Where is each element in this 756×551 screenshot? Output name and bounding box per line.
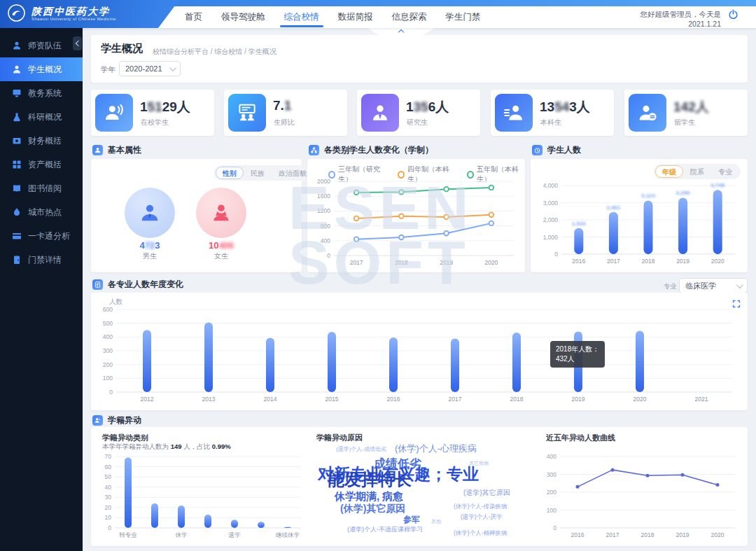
sidebar-item-label: 教务系统: [28, 88, 62, 99]
nav-item-信息探索[interactable]: 信息探索: [392, 6, 427, 28]
svg-text:2020: 2020: [711, 531, 724, 538]
svg-text:200: 200: [547, 489, 556, 496]
sidebar-item-label: 科研概况: [28, 111, 62, 123]
major-select-label: 专业: [664, 282, 677, 291]
abnormal-type-bar-chart[interactable]: 010203040506070转专业休学退学继续休学: [98, 451, 308, 543]
tab-性别[interactable]: 性别: [216, 167, 244, 179]
sidebar-item-图书借阅[interactable]: 图书借阅: [0, 176, 83, 200]
sidebar-item-科研概况[interactable]: 科研概况: [0, 105, 83, 129]
male-circle: [125, 188, 175, 238]
svg-text:2016: 2016: [572, 258, 585, 265]
board-icon: [12, 88, 22, 98]
sidebar-item-label: 资产概括: [28, 159, 62, 171]
wordcloud-term: (休学)其它原因: [340, 503, 405, 513]
student-icon: [12, 64, 22, 74]
basic-tabs: 性别民族政治面貌: [214, 165, 315, 181]
svg-text:2018: 2018: [510, 396, 524, 403]
svg-text:400: 400: [321, 237, 330, 244]
university-name-en: Shaanxi University of Chinese Medicine: [31, 17, 116, 22]
major-yearly-bar-chart[interactable]: 0100200300400500600201220132014201520162…: [95, 302, 743, 407]
sidebar-item-一卡通分析[interactable]: 一卡通分析: [0, 224, 83, 248]
tab-民族[interactable]: 民族: [244, 167, 272, 179]
wordcloud-term: (退学)个人-厌学: [461, 514, 503, 520]
male-count: 4723: [122, 240, 178, 251]
svg-text:2017: 2017: [606, 531, 620, 538]
svg-text:100: 100: [103, 375, 113, 382]
logout-power-icon[interactable]: [728, 9, 738, 22]
year-select-value: 2020-2021: [125, 64, 162, 73]
sidebar-item-师资队伍[interactable]: 师资队伍: [0, 34, 83, 57]
chevron-left-icon: [75, 41, 80, 46]
nav-item-综合校情[interactable]: 综合校情: [284, 6, 319, 28]
basic-panel-header: 基本属性: [92, 144, 141, 155]
by-grade-bar-chart[interactable]: 01,0002,0003,0004,0002016201720182019202…: [533, 176, 745, 272]
sidebar-item-label: 图书借阅: [28, 183, 62, 195]
teacher-board-icon: [228, 94, 266, 132]
wordcloud-term: 参军: [403, 515, 420, 524]
nav-item-领导驾驶舱[interactable]: 领导驾驶舱: [221, 6, 265, 28]
major-panel-title: 各专业人数年度变化: [108, 279, 183, 291]
sidebar-item-label: 财务概括: [28, 135, 62, 147]
female-label: 女生: [193, 251, 249, 261]
university-logo: 陕西中医药大学 Shaanxi University of Chinese Me…: [0, 0, 179, 28]
card-icon: [12, 231, 22, 241]
svg-text:0: 0: [554, 251, 558, 258]
svg-text:400: 400: [547, 453, 556, 460]
stat-card-在校学生: 15129人在校学生: [91, 90, 214, 136]
sidebar-item-门禁详情[interactable]: 门禁详情: [0, 248, 83, 272]
sidebar-item-城市热点[interactable]: 城市热点: [0, 200, 83, 224]
sidebar-item-学生概况[interactable]: 学生概况: [0, 57, 83, 81]
fullscreen-icon[interactable]: [732, 298, 741, 311]
by-grade-panel-card: 年级院系专业 01,0002,0003,0004,000201620172018…: [531, 159, 748, 272]
sidebar-item-label: 一卡通分析: [28, 230, 70, 242]
stat-label: 在校学生: [141, 118, 169, 127]
nav-item-首页[interactable]: 首页: [185, 6, 202, 28]
abnormal-trend-title: 近五年异动人数曲线: [546, 433, 615, 443]
svg-text:3,124: 3,124: [641, 193, 656, 199]
svg-text:2016: 2016: [387, 396, 400, 403]
sidebar: 师资队伍学生概况教务系统科研概况财务概括资产概括图书借阅城市热点一卡通分析门禁详…: [0, 28, 83, 551]
user-greeting: 您好超级管理员，今天是2021.1.21: [623, 10, 721, 28]
nav-item-数据简报[interactable]: 数据简报: [338, 6, 373, 28]
svg-text:100: 100: [547, 507, 556, 514]
major-select[interactable]: 临床医学: [679, 278, 748, 293]
abnormal-reason-wordcloud[interactable]: (退学)个人-成绩低劣(休学)个人-心理疾病其它疾病成绩低劣对新专业有兴趣；专业…: [316, 440, 535, 545]
year-filter-label: 学年: [101, 65, 115, 75]
svg-text:0: 0: [108, 524, 111, 531]
sidebar-menu: 师资队伍学生概况教务系统科研概况财务概括资产概括图书借阅城市热点一卡通分析门禁详…: [0, 28, 83, 272]
sidebar-item-资产概括[interactable]: 资产概括: [0, 153, 83, 176]
svg-text:3,000: 3,000: [543, 200, 559, 207]
wordcloud-term: (休学)个人-精神疾病: [454, 530, 507, 536]
svg-text:20: 20: [105, 504, 112, 511]
wordcloud-term: 其他: [431, 519, 441, 524]
org-chart-panel-icon: [309, 145, 319, 155]
svg-text:0: 0: [327, 252, 330, 259]
stat-value: 1356人: [406, 98, 449, 116]
nav-item-学生门禁[interactable]: 学生门禁: [446, 6, 481, 28]
svg-text:30: 30: [105, 494, 112, 501]
svg-text:3,290: 3,290: [676, 190, 691, 196]
svg-text:2,461: 2,461: [606, 204, 621, 211]
stat-value: 142人: [673, 98, 709, 116]
abnormal-trend-line-chart[interactable]: 010020030040020162017201820192020: [542, 451, 743, 543]
stat-label: 留学生: [674, 118, 695, 127]
svg-text:2021: 2021: [695, 396, 708, 403]
sidebar-item-教务系统[interactable]: 教务系统: [0, 81, 83, 105]
svg-text:2018: 2018: [395, 259, 408, 266]
abnormal-type-title: 学籍异动类别: [102, 433, 148, 443]
svg-text:300: 300: [103, 347, 113, 354]
svg-text:2020: 2020: [711, 258, 724, 265]
year-select[interactable]: 2020-2021: [119, 61, 181, 76]
sidebar-item-label: 师资队伍: [28, 40, 62, 52]
university-emblem-icon: [7, 4, 26, 25]
svg-text:休学: 休学: [176, 531, 188, 538]
svg-text:1200: 1200: [317, 207, 330, 214]
document-panel-icon: [92, 279, 103, 290]
teacher-icon: [12, 41, 22, 50]
svg-text:1,524: 1,524: [572, 221, 587, 227]
sidebar-item-财务概括[interactable]: 财务概括: [0, 129, 83, 153]
svg-text:2014: 2014: [264, 396, 277, 403]
sidebar-collapse-handle[interactable]: [73, 36, 82, 50]
wordcloud-term: (休学)个人-心理疾病: [395, 444, 477, 453]
by-system-line-chart[interactable]: 04008001200160020002017201820192020: [307, 174, 525, 275]
